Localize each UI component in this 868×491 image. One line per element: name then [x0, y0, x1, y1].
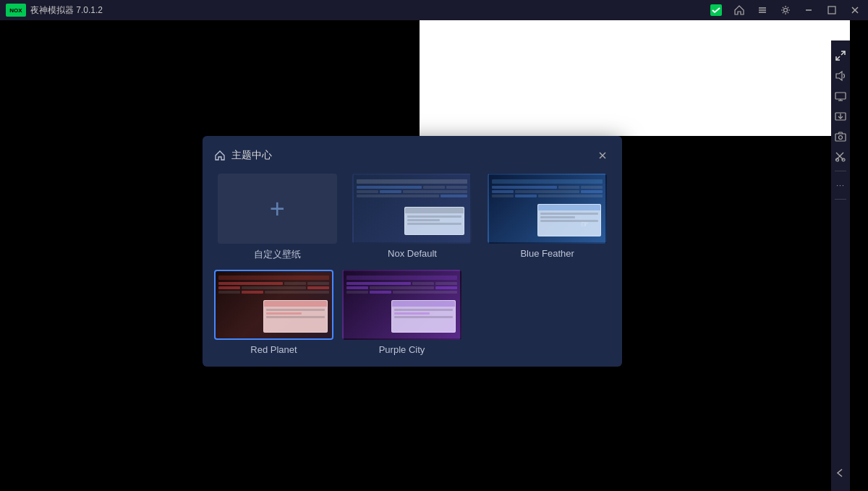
- more-button[interactable]: ···: [833, 177, 848, 193]
- svg-marker-11: [836, 72, 842, 80]
- plus-icon: +: [270, 196, 285, 222]
- cursor-icon: ☞: [581, 219, 590, 229]
- svg-point-18: [839, 136, 843, 140]
- titlebar-controls: [706, 0, 868, 20]
- close-button[interactable]: [845, 0, 865, 20]
- app-title: 夜神模拟器 7.0.1.2: [30, 4, 103, 17]
- cut-button[interactable]: [833, 149, 848, 165]
- themes-row-2: Red Planet: [214, 270, 610, 355]
- import-button[interactable]: [833, 108, 848, 124]
- theme-item-red-planet[interactable]: Red Planet: [214, 270, 333, 355]
- theme-label-nox-default: Nox Default: [388, 248, 437, 259]
- theme-thumb-blue-feather[interactable]: ☞: [488, 174, 607, 244]
- titlebar-left: NOX 夜神模拟器 7.0.1.2: [0, 4, 103, 17]
- theme-label-red-planet: Red Planet: [250, 344, 297, 355]
- theme-item-nox-default[interactable]: Nox Default: [349, 174, 476, 261]
- home-icon[interactable]: [729, 0, 749, 20]
- theme-item-custom[interactable]: + 自定义壁纸: [214, 174, 341, 261]
- settings-icon[interactable]: [775, 0, 796, 20]
- theme-dialog: 主题中心 + 自定义壁纸: [203, 136, 622, 367]
- svg-rect-12: [835, 93, 846, 99]
- svg-point-4: [784, 9, 788, 12]
- theme-slot-empty: [470, 270, 590, 355]
- themes-row-1: + 自定义壁纸: [214, 174, 610, 261]
- theme-thumb-red-planet[interactable]: [214, 270, 333, 340]
- main-area: ··· 主题中心: [0, 20, 850, 491]
- hamburger-icon[interactable]: [752, 0, 773, 20]
- theme-label-custom: 自定义壁纸: [254, 248, 301, 261]
- dialog-close-button[interactable]: [595, 148, 610, 163]
- volume-button[interactable]: [833, 68, 848, 84]
- maximize-button[interactable]: [822, 0, 842, 20]
- toolbar-separator-2: [835, 199, 846, 200]
- right-toolbar: ···: [831, 40, 850, 491]
- toolbar-separator: [835, 171, 846, 171]
- theme-thumb-custom[interactable]: +: [218, 174, 337, 244]
- svg-rect-6: [828, 7, 835, 14]
- dialog-title: 主题中心: [231, 149, 272, 162]
- dialog-title-area: 主题中心: [214, 149, 272, 162]
- app-logo: NOX: [6, 4, 26, 17]
- screen-button[interactable]: [833, 88, 848, 104]
- camera-button[interactable]: [833, 129, 848, 145]
- theme-item-purple-city[interactable]: Purple City: [342, 270, 461, 355]
- dialog-header: 主题中心: [214, 148, 610, 163]
- theme-label-purple-city: Purple City: [379, 344, 425, 355]
- svg-rect-17: [835, 134, 846, 141]
- theme-thumb-purple-city[interactable]: [342, 270, 461, 340]
- check-icon[interactable]: [706, 0, 726, 20]
- expand-button[interactable]: [833, 48, 848, 64]
- titlebar: NOX 夜神模拟器 7.0.1.2: [0, 0, 868, 20]
- minimize-button[interactable]: [799, 0, 819, 20]
- theme-item-blue-feather[interactable]: ☞ Blue Feather: [484, 174, 610, 261]
- back-button[interactable]: [833, 465, 848, 481]
- theme-label-blue-feather: Blue Feather: [520, 248, 574, 259]
- theme-thumb-nox-default[interactable]: [352, 174, 472, 244]
- white-content-area: [420, 20, 850, 136]
- dialog-title-icon: [214, 150, 226, 161]
